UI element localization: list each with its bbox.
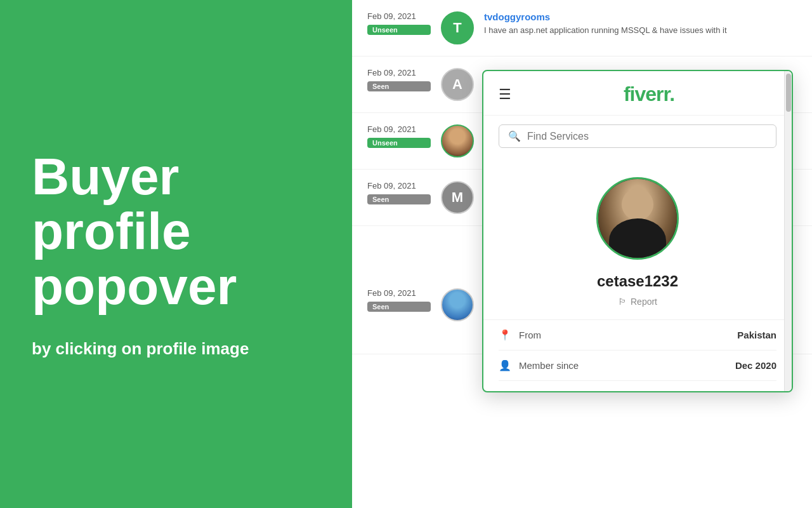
member-since-row: 👤 Member since Dec 2020 [499,351,776,381]
member-since-label-group: 👤 Member since [499,359,579,371]
message-content: tvdoggyrooms I have an asp.net applicati… [484,11,797,36]
message-date: Feb 09, 2021 [367,288,431,298]
flag-icon: 🏳 [618,297,627,307]
profile-avatar-image [598,177,677,260]
message-meta: Feb 09, 2021 Unseen [367,124,431,148]
message-date: Feb 09, 2021 [367,68,431,77]
profile-info: 📍 From Pakistan 👤 Member since Dec 2020 [483,319,792,391]
message-preview: I have an asp.net application running MS… [484,25,797,36]
avatar[interactable] [441,288,474,321]
status-badge: Seen [367,194,431,204]
location-icon: 📍 [499,329,511,341]
search-icon: 🔍 [508,130,521,142]
from-value: Pakistan [737,330,776,340]
message-meta: Feb 09, 2021 Unseen [367,11,431,35]
avatar[interactable] [441,124,474,157]
avatar[interactable]: A [441,68,474,101]
status-badge: Unseen [367,138,431,148]
message-date: Feb 09, 2021 [367,181,431,190]
popover-header: ☰ fiverr. [483,71,792,116]
message-meta: Feb 09, 2021 Seen [367,181,431,204]
hamburger-icon[interactable]: ☰ [499,86,511,103]
message-meta: Feb 09, 2021 Seen [367,288,431,312]
status-badge: Seen [367,81,431,91]
report-button[interactable]: 🏳 Report [618,297,657,307]
list-item[interactable]: Feb 09, 2021 Unseen T tvdoggyrooms I hav… [352,0,812,57]
avatar[interactable]: M [441,181,474,214]
from-label: From [519,330,541,340]
message-date: Feb 09, 2021 [367,124,431,134]
search-input[interactable] [527,131,767,142]
main-heading: Buyer profile popover [32,149,320,313]
left-panel: Buyer profile popover by clicking on pro… [0,0,352,508]
popover-profile: cetase1232 🏳 Report [483,158,792,319]
from-row: 📍 From Pakistan [499,320,776,351]
subtitle: by clicking on profile image [32,339,320,359]
report-label: Report [631,297,657,307]
search-bar[interactable]: 🔍 [499,124,776,148]
message-username[interactable]: tvdoggyrooms [484,11,797,22]
person-icon: 👤 [499,359,511,371]
from-label-group: 📍 From [499,329,541,341]
message-meta: Feb 09, 2021 Seen [367,68,431,91]
profile-username: cetase1232 [597,272,678,290]
status-badge: Unseen [367,25,431,35]
scroll-thumb [786,74,791,112]
scrollbar[interactable] [784,71,792,391]
profile-avatar[interactable] [596,177,679,260]
avatar[interactable]: T [441,11,474,44]
member-since-label: Member since [519,360,579,371]
member-since-value: Dec 2020 [735,360,776,371]
message-date: Feb 09, 2021 [367,11,431,21]
status-badge: Seen [367,302,431,312]
buyer-profile-popover: ☰ fiverr. 🔍 cetase1232 🏳 Report [482,70,793,392]
fiverr-logo: fiverr. [624,83,674,106]
right-panel: Feb 09, 2021 Unseen T tvdoggyrooms I hav… [352,0,812,508]
